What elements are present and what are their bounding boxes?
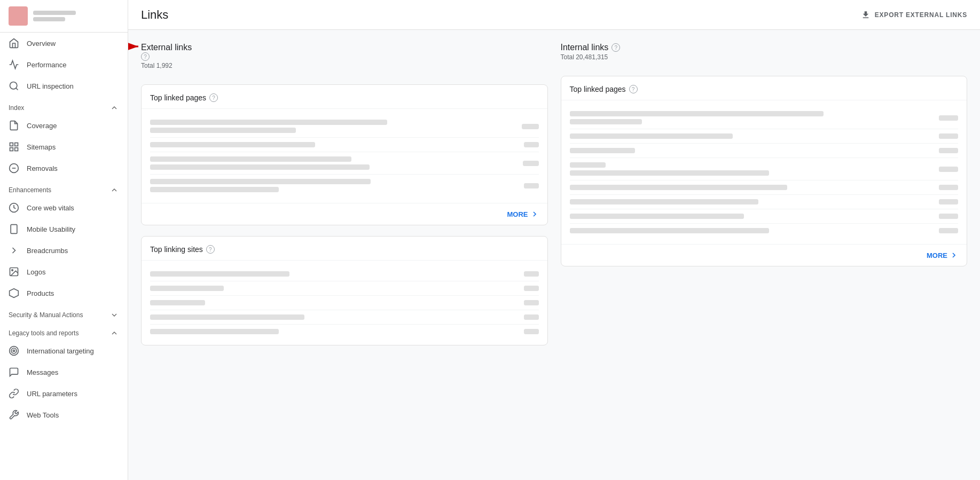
sidebar-item-url-inspection[interactable]: URL inspection (0, 75, 123, 97)
mobile-icon (9, 224, 19, 234)
internal-links-column: Internal links ? Total 20,481,315 Top li… (561, 43, 968, 467)
svg-point-16 (13, 350, 14, 351)
table-row (150, 296, 539, 310)
sidebar-item-international-targeting[interactable]: International targeting (0, 340, 123, 361)
sidebar-item-label: Mobile Usability (27, 225, 75, 233)
logo-line-1 (33, 11, 76, 15)
sidebar-item-products[interactable]: Products (0, 282, 123, 304)
breadcrumb-icon (9, 245, 19, 256)
table-row (570, 180, 959, 195)
sidebar-item-label: Logos (27, 268, 45, 276)
remove-icon (9, 163, 19, 174)
chevron-right-icon (950, 251, 958, 259)
internal-top-linked-pages-card: Top linked pages ? (561, 76, 968, 266)
search-icon (9, 81, 19, 91)
sidebar-item-overview[interactable]: Overview (0, 33, 123, 54)
sidebar-item-removals[interactable]: Removals (0, 158, 123, 179)
svg-point-0 (10, 82, 17, 89)
internal-top-linked-pages-help-icon[interactable]: ? (629, 85, 638, 93)
top-linking-sites-help-icon[interactable]: ? (206, 245, 215, 254)
sidebar-item-label: URL inspection (27, 82, 74, 90)
enhancements-chevron[interactable] (109, 185, 119, 195)
internal-links-help-icon[interactable]: ? (611, 43, 620, 52)
sidebar-item-mobile-usability[interactable]: Mobile Usability (0, 218, 123, 240)
sidebar-item-label: Core web vitals (27, 204, 74, 212)
url-icon (9, 388, 19, 399)
sidebar-item-label: Products (27, 289, 54, 297)
table-row (570, 129, 959, 144)
sidebar-item-sitemaps[interactable]: Sitemaps (0, 136, 123, 158)
sidebar-item-label: Removals (27, 164, 58, 172)
sidebar-item-label: Coverage (27, 122, 57, 130)
enhancements-section-header: Enhancements (0, 179, 128, 197)
svg-rect-5 (10, 148, 13, 151)
table-row (570, 107, 959, 129)
svg-point-12 (12, 270, 13, 271)
internal-links-header: Internal links ? Total 20,481,315 (561, 43, 968, 67)
table-row (150, 310, 539, 325)
svg-line-1 (16, 88, 18, 90)
sidebar-item-label: Performance (27, 61, 66, 69)
svg-rect-9 (11, 225, 17, 234)
external-top-linked-pages-card: Top linked pages ? (141, 84, 548, 225)
red-arrow-annotation (128, 33, 146, 60)
external-linked-pages-more-button[interactable]: MORE (142, 203, 547, 225)
chart-icon (9, 59, 19, 70)
download-icon (861, 10, 871, 20)
logo-icon (9, 6, 28, 26)
sidebar-item-label: Web Tools (27, 411, 59, 419)
top-linking-sites-header: Top linking sites ? (142, 237, 547, 261)
export-button[interactable]: EXPORT EXTERNAL LINKS (861, 10, 967, 20)
content-area: External links ? Total 1,992 Top linked … (128, 30, 980, 480)
sidebar-item-web-tools[interactable]: Web Tools (0, 404, 123, 426)
security-chevron[interactable] (109, 310, 119, 320)
sidebar-item-breadcrumbs[interactable]: Breadcrumbs (0, 240, 123, 261)
sidebar-item-label: Messages (27, 368, 58, 376)
top-linking-sites-body (142, 261, 547, 345)
legacy-chevron[interactable] (109, 328, 119, 338)
page-title: Links (141, 8, 168, 22)
logo-line-2 (33, 17, 65, 21)
export-label: EXPORT EXTERNAL LINKS (875, 11, 967, 19)
external-links-header: External links ? Total 1,992 (141, 43, 548, 76)
table-row (150, 325, 539, 339)
index-chevron[interactable] (109, 103, 119, 113)
tag-icon (9, 288, 19, 298)
table-row (570, 144, 959, 158)
sidebar-item-performance[interactable]: Performance (0, 54, 123, 75)
internal-links-title: Internal links ? (561, 43, 968, 52)
internal-linked-pages-more-button[interactable]: MORE (561, 244, 967, 266)
sidebar: Overview Performance URL inspection Inde… (0, 0, 128, 480)
document-icon (9, 120, 19, 131)
image-icon (9, 266, 19, 277)
svg-point-15 (11, 348, 17, 353)
sidebar-item-url-parameters[interactable]: URL parameters (0, 383, 123, 404)
svg-rect-4 (15, 148, 18, 151)
security-section-header: Security & Manual Actions (0, 304, 128, 322)
top-linking-sites-card: Top linking sites ? (141, 236, 548, 345)
table-row (150, 115, 539, 138)
sidebar-item-label: Breadcrumbs (27, 247, 68, 255)
internal-links-total: Total 20,481,315 (561, 53, 968, 61)
message-icon (9, 367, 19, 377)
sidebar-logo (0, 0, 128, 33)
top-linked-pages-help-icon[interactable]: ? (209, 93, 218, 102)
table-row (570, 158, 959, 180)
sidebar-item-logos[interactable]: Logos (0, 261, 123, 282)
sidebar-item-core-web-vitals[interactable]: Core web vitals (0, 197, 123, 218)
table-row (150, 267, 539, 281)
external-links-column: External links ? Total 1,992 Top linked … (141, 43, 548, 467)
sidebar-item-messages[interactable]: Messages (0, 361, 123, 383)
svg-rect-3 (15, 143, 18, 146)
tools-icon (9, 410, 19, 420)
sidebar-item-coverage[interactable]: Coverage (0, 115, 123, 136)
external-links-title: External links ? (141, 43, 548, 61)
table-row (570, 195, 959, 209)
target-icon (9, 345, 19, 356)
chevron-right-icon (530, 210, 539, 218)
sitemap-icon (9, 141, 19, 152)
svg-rect-2 (10, 143, 13, 146)
table-row (570, 224, 959, 238)
logo-text (33, 11, 76, 21)
table-row (150, 175, 539, 196)
